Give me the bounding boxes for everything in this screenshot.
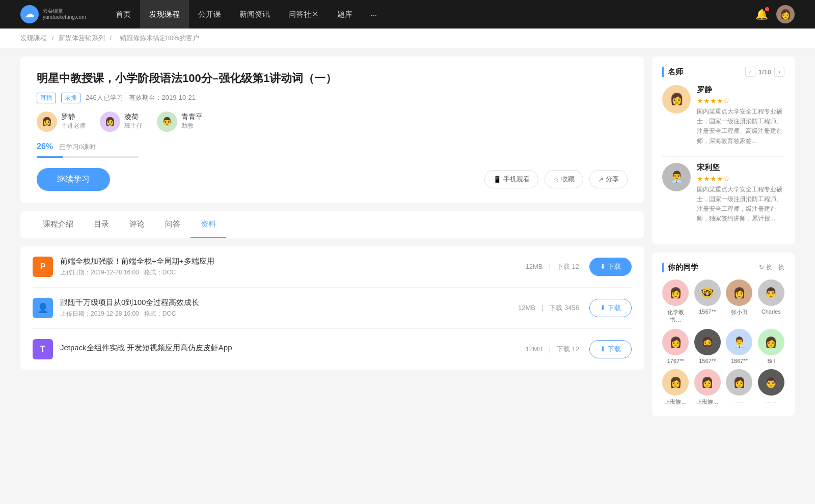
mingshi-name-2: 宋利坚 <box>697 163 784 173</box>
resource-1-title: 前端全栈加强版！前端全栈+全周期+多端应用 <box>60 257 526 266</box>
course-actions: 继续学习 📱 手机观看 ☆ 收藏 ↗ 分享 <box>37 168 628 191</box>
nav-item-home[interactable]: 首页 <box>106 0 140 29</box>
resource-2-title: 跟随千万级项目从0到100全过程高效成长 <box>60 298 518 307</box>
classmate-avatar: 👩 <box>726 369 752 396</box>
resource-3-stats: 12MB ｜ 下载 12 <box>526 345 580 354</box>
resource-1-icon: P <box>33 257 53 277</box>
classmate-name: 1767** <box>667 358 684 364</box>
logo[interactable]: ☁ 云朵课堂 yunduoketang.com <box>20 5 86 23</box>
mingshi-info-1: 罗静 ★★★★☆ 国内某重点大学安全工程专业硕士，国家一级注册消防工程师、注册安… <box>697 85 784 146</box>
classmate-item: 🤓 1567** <box>694 279 721 324</box>
resource-1-download-button[interactable]: ⬇ 下载 <box>589 258 632 276</box>
nav-item-open[interactable]: 公开课 <box>189 0 230 29</box>
download-icon: ⬇ <box>600 345 606 353</box>
share-icon: ↗ <box>598 176 604 183</box>
classmates-grid: 👩 化学教书… 🤓 1567** 👩 张小田 👨 Charles � <box>662 279 784 406</box>
classmate-item: 👨 Charles <box>758 279 785 324</box>
classmate-item: 👩 张小田 <box>726 279 753 324</box>
breadcrumb-link-1[interactable]: 发现课程 <box>20 34 47 42</box>
tab-review[interactable]: 评论 <box>119 211 155 238</box>
nav-item-news[interactable]: 新闻资讯 <box>230 0 279 29</box>
collect-button[interactable]: ☆ 收藏 <box>545 170 583 188</box>
resource-3-icon: T <box>33 339 53 359</box>
teacher-2: 👩 凌荷 班主任 <box>100 111 143 132</box>
teacher-2-name: 凌荷 <box>124 113 143 122</box>
tab-resources[interactable]: 资料 <box>191 211 226 238</box>
progress-bar-background <box>37 156 139 158</box>
resources-list: P 前端全栈加强版！前端全栈+全周期+多端应用 上传日期：2019-12-28 … <box>20 246 644 370</box>
breadcrumb-link-2[interactable]: 新媒体营销系列 <box>59 34 105 42</box>
classmate-name: 1567** <box>699 309 716 315</box>
logo-icon: ☁ <box>20 5 39 23</box>
action-buttons: 📱 手机观看 ☆ 收藏 ↗ 分享 <box>484 170 628 188</box>
progress-time: 已学习0课时 <box>59 143 96 151</box>
mingshi-avatar-1: 👩 <box>662 85 691 114</box>
classmates-header: 你的同学 ↻ 换一换 <box>662 263 784 272</box>
resource-3-download-button[interactable]: ⬇ 下载 <box>589 340 632 358</box>
classmates-card: 你的同学 ↻ 换一换 👩 化学教书… 🤓 1567** 👩 张 <box>652 253 795 416</box>
nav-item-exam[interactable]: 题库 <box>328 0 362 29</box>
classmate-item: 👩 上班族… <box>694 369 721 406</box>
classmate-name: …… <box>734 398 745 404</box>
breadcrumb: 发现课程 / 新媒体营销系列 / 销冠修炼术搞定80%的客户 <box>0 29 815 48</box>
nav-item-more[interactable]: ··· <box>362 0 387 29</box>
teacher-1-name: 罗静 <box>61 113 86 122</box>
resource-2-icon: 👤 <box>33 298 53 318</box>
mingshi-teacher-2: 👨‍💼 宋利坚 ★★★★☆ 国内某重点大学安全工程专业硕士，国家一级注册消防工程… <box>662 163 784 224</box>
share-button[interactable]: ↗ 分享 <box>589 170 628 188</box>
mobile-watch-button[interactable]: 📱 手机观看 <box>484 170 538 188</box>
tabs-container: 课程介绍 目录 评论 问答 资料 <box>20 211 644 238</box>
classmates-title: 你的同学 <box>662 263 698 272</box>
refresh-icon: ↻ <box>759 264 764 271</box>
notification-bell[interactable]: 🔔 <box>755 8 768 20</box>
resource-item: P 前端全栈加强版！前端全栈+全周期+多端应用 上传日期：2019-12-28 … <box>33 246 632 288</box>
teacher-1: 👩 罗静 主讲老师 <box>37 111 86 132</box>
teacher-2-avatar: 👩 <box>100 111 120 132</box>
notification-dot <box>765 7 769 11</box>
teacher-1-avatar: 👩 <box>37 111 57 132</box>
nav-items: 首页 发现课程 公开课 新闻资讯 问答社区 题库 ··· <box>106 0 755 29</box>
continue-learning-button[interactable]: 继续学习 <box>37 168 110 191</box>
teacher-2-role: 班主任 <box>124 122 143 130</box>
classmate-name: 上班族… <box>664 398 687 406</box>
classmate-avatar: 👩 <box>662 329 689 355</box>
prev-page-button[interactable]: ‹ <box>745 67 755 77</box>
classmate-name: 1567** <box>699 358 716 364</box>
classmate-item: 👨 …… <box>758 369 785 406</box>
classmate-item: 🧔 1567** <box>694 329 721 364</box>
nav-item-qa[interactable]: 问答社区 <box>279 0 328 29</box>
tab-directory[interactable]: 目录 <box>84 211 119 238</box>
refresh-button[interactable]: ↻ 换一换 <box>759 263 784 272</box>
download-icon: ⬇ <box>600 304 606 312</box>
tab-intro[interactable]: 课程介绍 <box>33 211 84 238</box>
main-content: 明星中教授课，小学阶段语法100分–强化级第1讲动词（一） 直播 录播 246人… <box>0 48 815 432</box>
classmate-avatar: 👨 <box>758 279 784 306</box>
mingshi-stars-2: ★★★★☆ <box>697 175 784 183</box>
teacher-3-name: 青青平 <box>181 113 203 122</box>
tab-qa[interactable]: 问答 <box>155 211 191 238</box>
classmate-name: Charles <box>762 309 781 315</box>
resource-1-stats: 12MB ｜ 下载 12 <box>526 262 580 271</box>
resource-item: T Jetpack全组件实战 开发短视频应用高仿皮皮虾App 12MB ｜ 下载… <box>33 329 632 370</box>
badge-record: 录播 <box>61 93 80 103</box>
mingshi-avatar-2: 👨‍💼 <box>662 163 691 191</box>
nav-item-discover[interactable]: 发现课程 <box>140 0 189 29</box>
mingshi-stars-1: ★★★★☆ <box>697 97 784 105</box>
course-meta: 直播 录播 246人已学习 · 有效期至：2019-10-21 <box>37 93 628 103</box>
classmate-avatar: 👩 <box>726 279 752 306</box>
next-page-button[interactable]: › <box>774 67 784 77</box>
classmate-item: 👩 …… <box>726 369 753 406</box>
resource-2-download-button[interactable]: ⬇ 下载 <box>589 299 632 317</box>
mingshi-card: 名师 ‹ 1/10 › 👩 罗静 ★★★★☆ 国内某重点大学安全工程专业硕士，国… <box>652 57 795 244</box>
resource-1-meta: 上传日期：2019-12-28 16:00 格式：DOC <box>60 268 526 277</box>
user-avatar[interactable]: 👩 <box>776 5 795 23</box>
classmate-avatar: 🤓 <box>694 279 721 306</box>
mingshi-desc-1: 国内某重点大学安全工程专业硕士，国家一级注册消防工程师、注册安全工程师、高级注册… <box>697 107 784 146</box>
classmate-avatar: 👩 <box>758 329 784 355</box>
tabs: 课程介绍 目录 评论 问答 资料 <box>33 211 632 238</box>
classmate-name: …… <box>766 398 777 404</box>
classmate-avatar: 👩 <box>662 369 689 396</box>
progress-percent: 26% <box>37 142 53 151</box>
teacher-3-role: 助教 <box>181 122 203 130</box>
download-icon: ⬇ <box>600 263 606 270</box>
